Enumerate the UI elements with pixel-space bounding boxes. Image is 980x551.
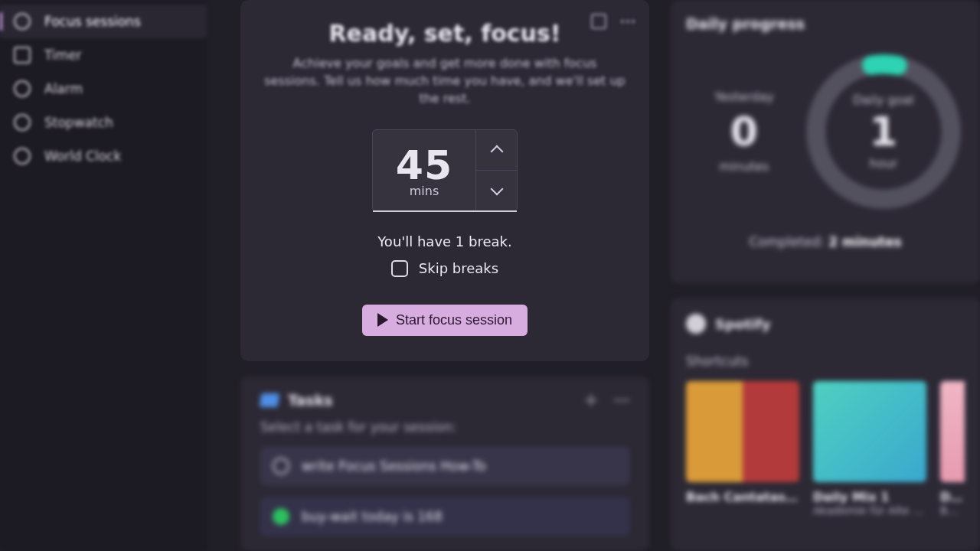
- album-title: Bach Cantatas —: [686, 490, 799, 504]
- daily-progress-title: Daily progress: [686, 15, 965, 32]
- expand-icon[interactable]: [591, 14, 606, 29]
- completed-label: Completed:: [749, 234, 824, 249]
- tasks-title: Tasks: [288, 392, 333, 409]
- duration-value: 45: [396, 142, 452, 188]
- spotify-panel: Spotify Shortcuts Bach Cantatas — Daily …: [671, 298, 980, 551]
- daily-goal-ring: Daily goal 1 hour: [802, 51, 965, 212]
- timer-icon: [14, 47, 31, 64]
- start-focus-session-button[interactable]: Start focus session: [362, 305, 528, 336]
- nav-item-world-clock[interactable]: World Clock: [0, 139, 207, 173]
- goal-label: Daily goal: [853, 93, 914, 107]
- completed-line: Completed: 2 minutes: [686, 234, 965, 249]
- task-label: buy-wait today is 168: [302, 509, 443, 524]
- skip-breaks-label: Skip breaks: [419, 260, 498, 276]
- duration-down-button[interactable]: [476, 171, 517, 211]
- main-column: Ready, set, focus! Achieve your goals an…: [207, 0, 662, 551]
- yesterday-label: Yesterday: [714, 90, 774, 104]
- task-item[interactable]: buy-wait today is 168: [260, 497, 629, 536]
- chevron-down-icon: [490, 183, 503, 196]
- chevron-up-icon: [490, 145, 503, 158]
- focus-panel: Ready, set, focus! Achieve your goals an…: [240, 0, 649, 361]
- duration-unit: mins: [410, 184, 439, 198]
- album-title: Daily Mix 1: [813, 490, 926, 504]
- nav-item-focus-sessions[interactable]: Focus sessions: [0, 5, 207, 38]
- spotify-album[interactable]: Daily Bath… Stage…: [940, 381, 965, 517]
- duration-up-button[interactable]: [476, 130, 517, 171]
- duration-display: 45 mins: [373, 130, 475, 211]
- task-item[interactable]: write Focus Sessions How-To: [260, 447, 629, 485]
- album-art: [686, 381, 799, 482]
- start-button-label: Start focus session: [396, 312, 512, 328]
- goal-value: 1: [870, 109, 897, 155]
- skip-breaks-row[interactable]: Skip breaks: [391, 260, 498, 277]
- focus-subtitle: Achieve your goals and get more done wit…: [263, 54, 626, 108]
- alarm-icon: [14, 80, 31, 97]
- duration-stepper[interactable]: 45 mins: [372, 129, 518, 212]
- break-info: You'll have 1 break.: [377, 233, 511, 249]
- nav-label: World Clock: [44, 148, 121, 164]
- tasks-prompt: Select a task for your session:: [260, 419, 629, 435]
- right-column: Daily progress Yesterday 0 minutes Daily: [662, 0, 980, 551]
- spotify-album[interactable]: Bach Cantatas —: [686, 381, 799, 517]
- yesterday-unit: minutes: [719, 159, 769, 174]
- album-title: Daily: [940, 490, 965, 504]
- focus-icon: [14, 13, 31, 30]
- goal-unit: hour: [870, 156, 898, 171]
- album-art: [940, 381, 965, 482]
- spotify-icon: [686, 314, 706, 334]
- task-checkbox[interactable]: [273, 458, 289, 474]
- nav-label: Timer: [44, 47, 82, 63]
- nav-label: Alarm: [44, 81, 83, 96]
- yesterday-value: 0: [730, 109, 758, 155]
- nav-label: Focus sessions: [44, 14, 141, 29]
- focus-title: Ready, set, focus!: [329, 20, 561, 47]
- spotify-album[interactable]: Daily Mix 1 Akademie für Alte Musik Berl…: [813, 381, 926, 517]
- tasks-panel: Tasks Select a task for your session: wr…: [240, 377, 649, 551]
- album-subtitle: Bath… Stage…: [940, 504, 965, 517]
- yesterday-block: Yesterday 0 minutes: [686, 90, 802, 174]
- tasks-more-icon[interactable]: [614, 393, 629, 408]
- album-subtitle: Akademie für Alte Musik Berlin…: [813, 504, 926, 517]
- tasks-icon: [260, 393, 280, 407]
- album-art: [813, 381, 926, 482]
- nav-item-alarm[interactable]: Alarm: [0, 72, 207, 106]
- more-icon[interactable]: [620, 14, 635, 29]
- spotify-title: Spotify: [715, 316, 771, 332]
- task-checkbox[interactable]: [273, 508, 289, 525]
- daily-progress-panel: Daily progress Yesterday 0 minutes Daily: [671, 0, 980, 283]
- completed-value: 2 minutes: [828, 234, 901, 249]
- add-task-button[interactable]: [583, 393, 599, 408]
- skip-breaks-checkbox[interactable]: [391, 260, 408, 277]
- spotify-shortcuts-label: Shortcuts: [686, 354, 965, 369]
- stopwatch-icon: [14, 114, 31, 131]
- nav-label: Stopwatch: [44, 115, 113, 130]
- sidebar: Focus sessions Timer Alarm Stopwatch Wor…: [0, 0, 207, 551]
- world-clock-icon: [14, 148, 31, 165]
- nav-item-timer[interactable]: Timer: [0, 38, 207, 72]
- nav-item-stopwatch[interactable]: Stopwatch: [0, 106, 207, 139]
- play-icon: [377, 313, 388, 327]
- task-label: write Focus Sessions How-To: [302, 458, 486, 474]
